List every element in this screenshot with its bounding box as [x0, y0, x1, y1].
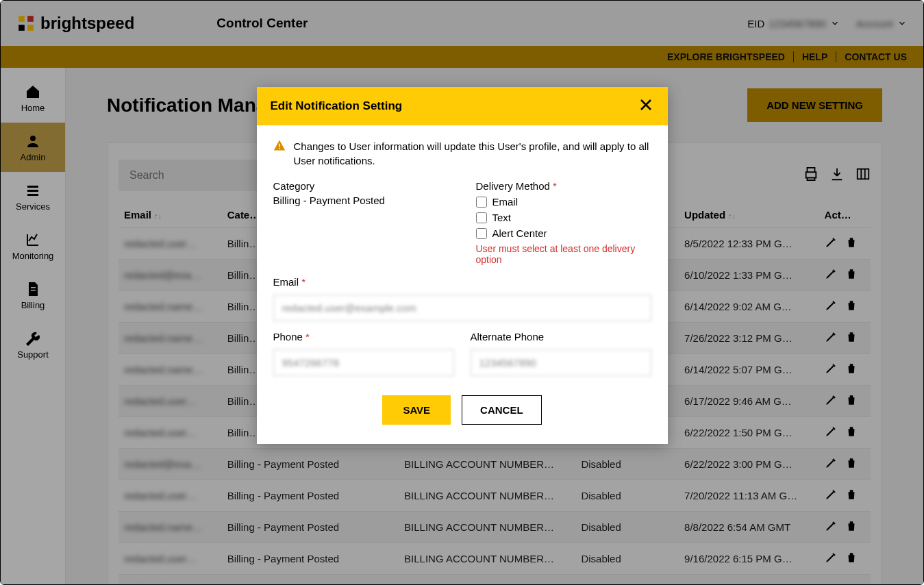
- alt-phone-label: Alternate Phone: [471, 331, 651, 343]
- edit-notification-modal: Edit Notification Setting Changes to Use…: [257, 87, 668, 444]
- category-label: Category: [273, 180, 449, 192]
- delivery-method-label: Delivery Method *: [476, 180, 651, 192]
- category-value: Billing - Payment Posted: [273, 195, 385, 206]
- modal-overlay: Edit Notification Setting Changes to Use…: [1, 1, 923, 584]
- warning-text: Changes to User information will update …: [294, 139, 651, 168]
- phone-input[interactable]: [273, 349, 454, 376]
- svg-rect-13: [279, 144, 280, 147]
- svg-rect-14: [279, 148, 280, 149]
- cancel-button[interactable]: CANCEL: [462, 395, 542, 425]
- alt-phone-input[interactable]: [471, 349, 651, 376]
- warning-icon: [273, 139, 286, 168]
- close-icon[interactable]: [638, 97, 654, 116]
- phone-label: Phone *: [273, 331, 454, 343]
- email-input[interactable]: [273, 295, 651, 321]
- modal-title: Edit Notification Setting: [271, 99, 403, 113]
- email-label: Email *: [273, 276, 651, 288]
- delivery-text-checkbox[interactable]: Text: [476, 212, 651, 223]
- delivery-email-checkbox[interactable]: Email: [476, 196, 651, 208]
- save-button[interactable]: SAVE: [382, 395, 451, 425]
- delivery-error-text: User must select at least one delivery o…: [476, 243, 651, 265]
- delivery-alert-checkbox[interactable]: Alert Center: [476, 227, 651, 239]
